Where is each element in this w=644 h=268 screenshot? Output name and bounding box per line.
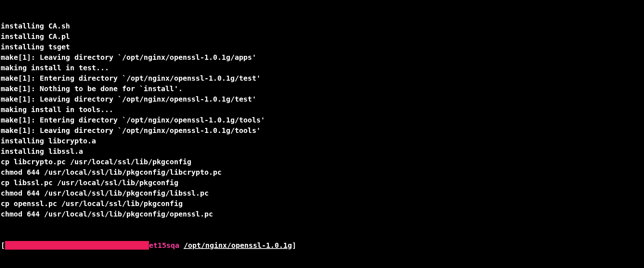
- output-line: make[1]: Nothing to be done for `install…: [1, 84, 643, 94]
- output-line: make[1]: Leaving directory `/opt/nginx/o…: [1, 52, 643, 63]
- output-line: chmod 644 /usr/local/ssl/lib/pkgconfig/o…: [1, 209, 643, 219]
- output-line: chmod 644 /usr/local/ssl/lib/pkgconfig/l…: [1, 188, 643, 198]
- output-line: chmod 644 /usr/local/ssl/lib/pkgconfig/l…: [1, 167, 643, 178]
- output-line: make[1]: Leaving directory `/opt/nginx/o…: [1, 125, 643, 136]
- output-line: installing tsget: [1, 42, 643, 52]
- output-line: make[1]: Leaving directory `/opt/nginx/o…: [1, 94, 643, 104]
- host-suffix: et15sqa: [149, 241, 179, 250]
- terminal-output[interactable]: installing CA.shinstalling CA.plinstalli…: [0, 0, 644, 268]
- prompt-close-bracket: ]: [292, 241, 296, 250]
- output-line: installing libcrypto.a: [1, 136, 643, 146]
- shell-prompt: [et15sqa /opt/nginx/openssl-1.0.1g]: [1, 240, 643, 251]
- output-line: cp libssl.pc /usr/local/ssl/lib/pkgconfi…: [1, 178, 643, 188]
- output-line: installing libssl.a: [1, 146, 643, 157]
- output-line: make[1]: Entering directory `/opt/nginx/…: [1, 115, 643, 125]
- output-line: cp openssl.pc /usr/local/ssl/lib/pkgconf…: [1, 198, 643, 209]
- output-line: cp libcrypto.pc /usr/local/ssl/lib/pkgco…: [1, 157, 643, 167]
- redacted-hostname: [5, 241, 149, 250]
- output-line: making install in tools...: [1, 104, 643, 115]
- output-line: making install in test...: [1, 63, 643, 73]
- output-line: make[1]: Entering directory `/opt/nginx/…: [1, 73, 643, 84]
- output-line: installing CA.pl: [1, 31, 643, 42]
- output-line: installing CA.sh: [1, 21, 643, 31]
- prompt-open-bracket: [: [1, 241, 5, 250]
- current-working-directory: /opt/nginx/openssl-1.0.1g: [183, 241, 292, 250]
